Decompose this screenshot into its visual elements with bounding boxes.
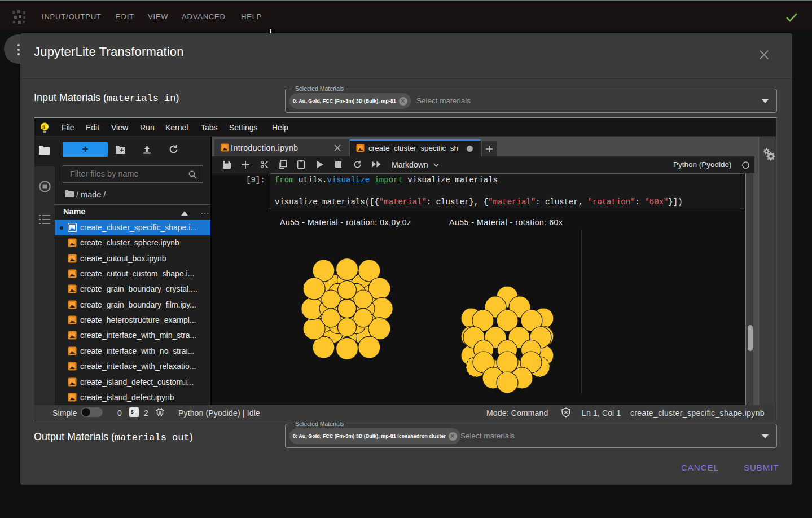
svg-text:jl: jl xyxy=(41,124,45,130)
svg-text:$_: $_ xyxy=(131,410,138,415)
